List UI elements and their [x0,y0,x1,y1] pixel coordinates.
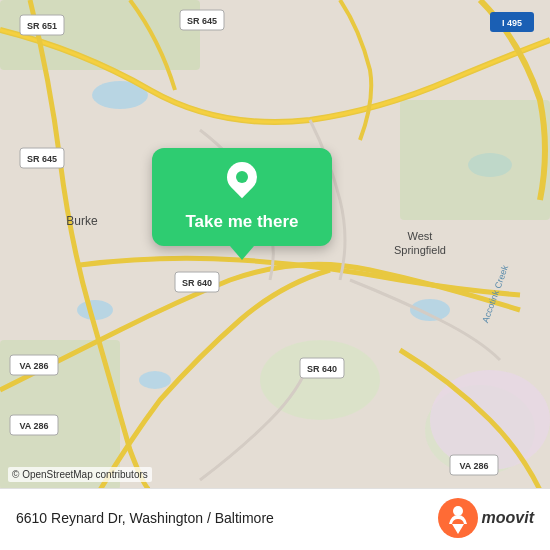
svg-text:SR 645: SR 645 [187,16,217,26]
address-text: 6610 Reynard Dr, Washington / Baltimore [16,510,274,526]
map: SR 651 SR 645 I 495 SR 645 Burke West Sp… [0,0,550,550]
callout-box[interactable]: Take me there [152,148,332,246]
svg-point-4 [139,371,171,389]
svg-text:SR 640: SR 640 [182,278,212,288]
callout-label: Take me there [185,212,298,232]
svg-text:West: West [408,230,433,242]
moovit-brand-icon [438,498,478,538]
location-pin-icon [225,162,259,202]
svg-point-35 [453,506,463,516]
copyright-text: © OpenStreetMap contributors [8,467,152,482]
moovit-text: moovit [482,509,534,527]
moovit-logo: moovit [438,498,534,538]
svg-point-9 [260,340,380,420]
callout-arrow [230,246,254,260]
svg-text:I 495: I 495 [502,18,522,28]
svg-text:SR 645: SR 645 [27,154,57,164]
svg-text:VA 286: VA 286 [459,461,488,471]
svg-rect-7 [400,100,550,220]
bottom-bar: 6610 Reynard Dr, Washington / Baltimore … [0,488,550,550]
svg-text:VA 286: VA 286 [19,361,48,371]
svg-text:SR 640: SR 640 [307,364,337,374]
svg-text:Burke: Burke [66,214,98,228]
svg-text:VA 286: VA 286 [19,421,48,431]
svg-point-3 [77,300,113,320]
svg-text:SR 651: SR 651 [27,21,57,31]
svg-text:Springfield: Springfield [394,244,446,256]
callout[interactable]: Take me there [152,148,332,260]
